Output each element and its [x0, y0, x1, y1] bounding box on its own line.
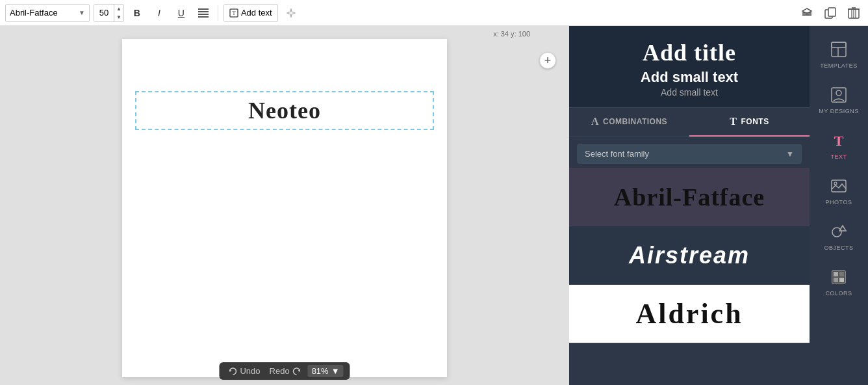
underline-button[interactable]: U: [172, 4, 190, 22]
font-family-selector[interactable]: Abril-Fatface ▼: [5, 4, 90, 22]
font-item-abril-fatface[interactable]: Abril-Fatface: [569, 168, 810, 226]
sidebar-item-my-designs[interactable]: MY DESIGNS: [810, 77, 868, 122]
svg-point-27: [834, 182, 837, 185]
airstream-name: Airstream: [616, 232, 763, 279]
canvas-coords: x: 34 y: 100: [493, 30, 530, 38]
svg-text:T: T: [834, 133, 844, 149]
canvas-page: Neoteo: [122, 39, 447, 377]
font-list: Abril-Fatface Airstream Aldrich: [569, 168, 810, 385]
font-panel-header: Add title Add small text Add small text: [569, 26, 810, 108]
templates-icon: [828, 39, 849, 60]
layers-button[interactable]: [798, 4, 816, 22]
combinations-tab-icon: A: [591, 116, 599, 127]
duplicate-icon: [824, 7, 837, 20]
trash-icon: [848, 7, 860, 20]
objects-label: OBJECTS: [824, 245, 853, 251]
effects-button[interactable]: [282, 4, 300, 22]
sidebar-item-text[interactable]: T TEXT: [810, 122, 868, 168]
objects-icon: [828, 221, 849, 242]
add-text-button[interactable]: T Add text: [223, 4, 278, 22]
svg-rect-32: [834, 272, 838, 276]
font-size-control: ▲ ▼: [94, 4, 124, 22]
layers-icon: [800, 7, 813, 20]
zoom-chevron-icon: ▼: [331, 366, 340, 376]
redo-button[interactable]: Redo: [267, 365, 304, 377]
italic-button[interactable]: I: [150, 4, 168, 22]
svg-rect-21: [832, 42, 846, 47]
toolbar: Abril-Fatface ▼ ▲ ▼ B I U T Add text: [0, 0, 868, 26]
canvas-area[interactable]: x: 34 y: 100 + Neoteo Undo Redo: [0, 26, 569, 385]
sidebar-item-colors[interactable]: COLORS: [810, 259, 868, 304]
svg-point-28: [832, 228, 841, 237]
panel-add-small-text-bold[interactable]: Add small text: [582, 69, 797, 86]
toolbar-divider-1: [218, 5, 218, 21]
svg-rect-34: [834, 278, 838, 282]
duplicate-button[interactable]: [821, 4, 839, 22]
svg-rect-20: [832, 42, 846, 57]
abril-fatface-name: Abril-Fatface: [601, 173, 778, 221]
svg-rect-0: [198, 8, 209, 10]
colors-icon: [828, 267, 849, 287]
aldrich-name: Aldrich: [622, 287, 756, 340]
sidebar-item-photos[interactable]: PHOTOS: [810, 168, 868, 213]
font-panel-tabs: A COMBINATIONS T FONTS: [569, 108, 810, 137]
svg-marker-6: [287, 8, 295, 18]
svg-rect-2: [198, 14, 209, 15]
canvas-add-button[interactable]: +: [539, 52, 556, 69]
svg-rect-35: [839, 278, 844, 282]
delete-button[interactable]: [845, 4, 863, 22]
text-align-button[interactable]: [194, 4, 212, 22]
canvas-text-box[interactable]: Neoteo: [135, 91, 434, 130]
fonts-tab-icon: T: [730, 116, 737, 127]
panel-add-small-text[interactable]: Add small text: [582, 87, 797, 98]
photos-label: PHOTOS: [826, 199, 852, 206]
canvas-text-content: Neoteo: [248, 97, 321, 124]
bottom-bar: Undo Redo 81% ▼: [219, 362, 350, 380]
sidebar-item-objects[interactable]: OBJECTS: [810, 213, 868, 259]
undo-button[interactable]: Undo: [225, 365, 262, 377]
photos-icon: [828, 176, 849, 196]
svg-text:T: T: [232, 10, 236, 16]
svg-rect-7: [802, 14, 811, 16]
align-icon: [198, 8, 209, 18]
text-icon: T: [828, 130, 849, 151]
font-size-input[interactable]: [94, 8, 114, 18]
font-family-dropdown[interactable]: Select font family ▼: [577, 144, 802, 164]
redo-label: Redo: [270, 366, 290, 376]
svg-point-24: [836, 90, 841, 96]
font-size-down-icon[interactable]: ▼: [114, 13, 123, 21]
font-dropdown-arrow-icon: ▼: [786, 150, 794, 159]
font-dropdown-placeholder: Select font family: [585, 149, 649, 159]
svg-rect-1: [198, 11, 209, 12]
add-text-icon: T: [229, 8, 238, 18]
undo-icon: [228, 367, 237, 376]
text-label: TEXT: [830, 153, 847, 160]
bold-button[interactable]: B: [128, 4, 146, 22]
my-designs-icon: [828, 85, 849, 105]
svg-marker-29: [839, 226, 846, 231]
sidebar-item-templates[interactable]: TEMPLATES: [810, 31, 868, 77]
tab-fonts[interactable]: T FONTS: [689, 108, 810, 137]
panel-add-title[interactable]: Add title: [582, 39, 797, 66]
font-size-up-icon[interactable]: ▲: [114, 5, 123, 13]
font-item-aldrich[interactable]: Aldrich: [569, 285, 810, 343]
svg-marker-19: [298, 369, 300, 372]
svg-rect-3: [198, 16, 209, 18]
toolbar-right-icons: [798, 4, 863, 22]
svg-rect-33: [839, 272, 844, 276]
right-sidebar: TEMPLATES MY DESIGNS T TEXT: [810, 26, 868, 385]
add-text-label: Add text: [241, 8, 272, 18]
svg-rect-11: [828, 8, 836, 16]
undo-label: Undo: [240, 366, 260, 376]
my-designs-label: MY DESIGNS: [819, 108, 858, 114]
font-family-name: Abril-Fatface: [10, 8, 76, 18]
tab-combinations[interactable]: A COMBINATIONS: [569, 108, 689, 137]
templates-label: TEMPLATES: [820, 62, 857, 69]
fonts-tab-label: FONTS: [741, 117, 769, 126]
combinations-tab-label: COMBINATIONS: [603, 117, 667, 126]
font-item-airstream[interactable]: Airstream: [569, 226, 810, 285]
zoom-value: 81%: [312, 366, 329, 376]
svg-marker-18: [229, 369, 231, 372]
zoom-control[interactable]: 81% ▼: [308, 365, 344, 377]
main-area: x: 34 y: 100 + Neoteo Undo Redo: [0, 26, 868, 385]
